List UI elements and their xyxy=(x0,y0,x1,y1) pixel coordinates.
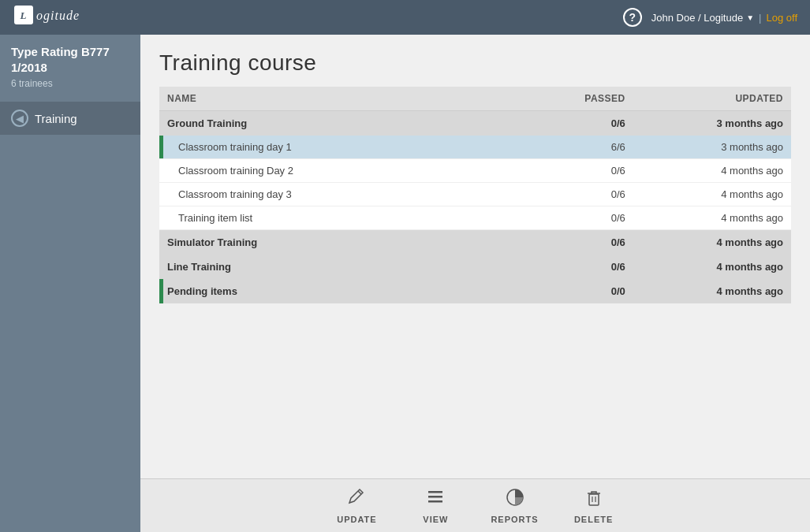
item-updated: 4 months ago xyxy=(633,159,791,183)
logout-button[interactable]: Log off xyxy=(766,12,797,24)
chevron-down-icon: ▼ xyxy=(746,13,754,22)
table-header-row: NAME PASSED UPDATED xyxy=(159,87,791,111)
view-button[interactable]: VIEW xyxy=(412,487,459,524)
main-layout: Type Rating B777 1/2018 6 trainees ◀ Tra… xyxy=(0,35,810,532)
trash-icon xyxy=(584,487,604,512)
item-name: Classroom training day 1 xyxy=(159,136,539,159)
item-passed: 0/6 xyxy=(539,159,633,183)
help-icon[interactable]: ? xyxy=(623,8,642,27)
group-passed: 0/0 xyxy=(539,279,633,303)
logo: L ogitude xyxy=(13,4,99,31)
table-row[interactable]: Classroom training day 3 0/6 4 months ag… xyxy=(159,183,791,206)
table-row[interactable]: Classroom training Day 2 0/6 4 months ag… xyxy=(159,159,791,183)
sidebar-nav: ◀ Training xyxy=(0,102,140,135)
group-name: Simulator Training xyxy=(159,230,539,255)
group-updated: 3 months ago xyxy=(633,111,791,136)
table-row[interactable]: Line Training 0/6 4 months ago xyxy=(159,255,791,279)
svg-text:ogitude: ogitude xyxy=(36,9,80,23)
th-updated: UPDATED xyxy=(633,87,791,111)
item-updated: 4 months ago xyxy=(633,206,791,230)
content-header: Training course xyxy=(140,35,810,87)
group-name: Ground Training xyxy=(159,111,539,136)
list-icon xyxy=(425,487,446,512)
group-name: Line Training xyxy=(159,255,539,279)
item-updated: 4 months ago xyxy=(633,183,791,206)
logo-svg: L ogitude xyxy=(13,4,99,26)
update-label: UPDATE xyxy=(337,515,376,524)
svg-rect-4 xyxy=(428,496,442,498)
sidebar-item-training[interactable]: ◀ Training xyxy=(0,102,140,135)
reports-label: REPORTS xyxy=(491,515,538,524)
th-name: NAME xyxy=(159,87,539,111)
th-passed: PASSED xyxy=(539,87,633,111)
table-body: Ground Training 0/6 3 months ago Classro… xyxy=(159,111,791,304)
item-passed: 0/6 xyxy=(539,206,633,230)
item-name: Classroom training day 3 xyxy=(159,183,539,206)
group-updated: 4 months ago xyxy=(633,230,791,255)
sidebar-course-title: Type Rating B777 1/2018 xyxy=(0,44,140,78)
group-passed: 0/6 xyxy=(539,230,633,255)
edit-icon xyxy=(346,487,367,512)
group-name: Pending items xyxy=(159,279,539,303)
table-row[interactable]: Simulator Training 0/6 4 months ago xyxy=(159,230,791,255)
sidebar-trainees: 6 trainees xyxy=(0,78,140,102)
item-updated: 3 months ago xyxy=(633,136,791,159)
table-container: NAME PASSED UPDATED Ground Training 0/6 … xyxy=(140,87,810,478)
delete-button[interactable]: DELETE xyxy=(570,487,618,524)
view-label: VIEW xyxy=(423,515,448,524)
item-passed: 0/6 xyxy=(539,183,633,206)
content-area: Training course NAME PASSED UPDATED Grou… xyxy=(140,35,810,532)
item-passed: 6/6 xyxy=(539,136,633,159)
table-row[interactable]: Pending items 0/0 4 months ago xyxy=(159,279,791,303)
item-name: Classroom training Day 2 xyxy=(159,159,539,183)
delete-label: DELETE xyxy=(574,515,613,524)
back-icon: ◀ xyxy=(11,110,28,127)
green-bar-icon xyxy=(159,279,163,303)
sidebar-item-label: Training xyxy=(35,112,77,125)
green-bar-icon xyxy=(159,136,163,158)
sidebar: Type Rating B777 1/2018 6 trainees ◀ Tra… xyxy=(0,35,140,532)
group-passed: 0/6 xyxy=(539,255,633,279)
table-row[interactable]: Classroom training day 1 6/6 3 months ag… xyxy=(159,136,791,159)
svg-rect-5 xyxy=(428,500,442,503)
bottom-toolbar: UPDATE VIEW xyxy=(140,478,810,532)
user-dropdown[interactable]: John Doe / Logitude ▼ xyxy=(651,12,754,24)
training-table: NAME PASSED UPDATED Ground Training 0/6 … xyxy=(159,87,791,303)
reports-button[interactable]: REPORTS xyxy=(491,487,538,524)
top-header: L ogitude ? John Doe / Logitude ▼ | Log … xyxy=(0,0,810,35)
group-passed: 0/6 xyxy=(539,111,633,136)
svg-text:L: L xyxy=(20,9,28,21)
logo-area: L ogitude xyxy=(13,4,99,31)
item-name: Training item list xyxy=(159,206,539,230)
svg-rect-7 xyxy=(589,494,599,505)
page-title: Training course xyxy=(159,50,791,76)
user-label: John Doe / Logitude xyxy=(651,12,743,24)
user-info: John Doe / Logitude ▼ | Log off xyxy=(651,12,797,24)
table-row[interactable]: Training item list 0/6 4 months ago xyxy=(159,206,791,230)
group-updated: 4 months ago xyxy=(633,279,791,303)
pie-chart-icon xyxy=(505,487,525,512)
header-right: ? John Doe / Logitude ▼ | Log off xyxy=(623,8,797,27)
update-button[interactable]: UPDATE xyxy=(333,487,380,524)
table-row[interactable]: Ground Training 0/6 3 months ago xyxy=(159,111,791,136)
group-updated: 4 months ago xyxy=(633,255,791,279)
svg-rect-3 xyxy=(428,491,442,493)
